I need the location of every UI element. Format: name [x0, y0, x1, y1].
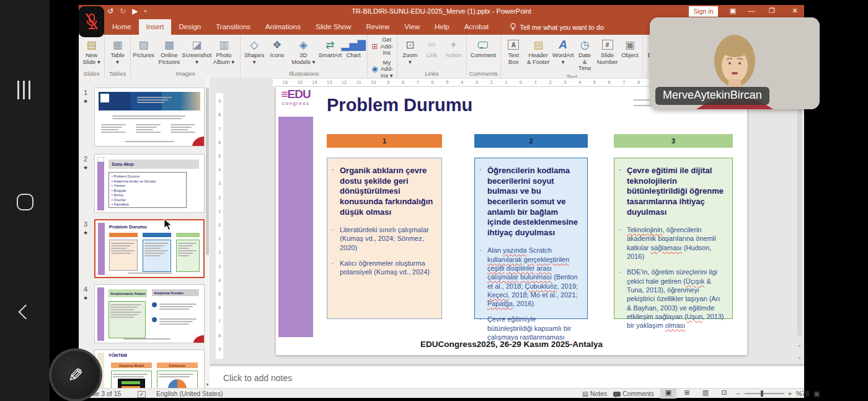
column-1-header[interactable]: 1 — [327, 134, 442, 148]
tab-help[interactable]: Help — [427, 19, 457, 35]
ribbon-button-comment[interactable]: Comment — [469, 37, 497, 60]
tab-review[interactable]: Review — [359, 19, 397, 35]
slide-title[interactable]: Problem Durumu — [327, 95, 472, 115]
edu-congress-logo[interactable]: ≡EDU congress — [278, 88, 313, 115]
slide-scrollbar-thumb[interactable] — [797, 88, 802, 336]
annotate-pencil-button[interactable]: ✎ — [49, 348, 102, 401]
slide-thumbnail-2[interactable]: Sunu Akışı ▪ Problem Durumu▪ Araştırma A… — [94, 154, 205, 213]
tab-transitions[interactable]: Transitions — [208, 19, 258, 35]
zoom-in-button[interactable]: + — [788, 390, 792, 397]
thumbnail-scrollbar-thumb[interactable] — [206, 88, 209, 255]
home-icon[interactable] — [17, 194, 33, 210]
ribbon-button-3d-models[interactable]: ◈3D Models ▾ — [288, 37, 318, 66]
microphone-muted-button[interactable] — [79, 6, 104, 37]
table-icon: ▦ — [112, 37, 122, 52]
slide-sorter-view-button[interactable]: ⊞ — [679, 389, 695, 399]
ribbon-button-icons[interactable]: ❖Icons — [267, 37, 287, 60]
ribbon-display-options-icon[interactable]: ▣ — [724, 7, 742, 15]
shapes-icon: ◇ — [250, 37, 259, 52]
ribbon-button-table[interactable]: ▦Table ▾ — [107, 37, 128, 66]
tab-slide-show[interactable]: Slide Show — [308, 19, 359, 35]
close-button[interactable]: ✕ — [786, 7, 804, 15]
previous-slide-icon[interactable]: ⌃ — [796, 345, 803, 350]
ribbon-button-screenshot[interactable]: ◪Screenshot ▾ — [185, 37, 210, 66]
slide-scrollbar[interactable]: ▲ ⌃ ⌄ — [796, 79, 803, 363]
tab-insert[interactable]: Insert — [139, 19, 172, 35]
thumbnail-scrollbar[interactable]: ▼ — [205, 78, 210, 388]
phone-screen: ↺ ↻ ▶ ▾ TR-BILDIRI-SUNU-EDU-2025_Merve (… — [0, 0, 868, 401]
next-slide-icon[interactable]: ⌄ — [796, 354, 803, 360]
column-2-box[interactable]: Öğrencilerin kodlama becerilerini soyut … — [474, 158, 588, 319]
zoom-out-button[interactable]: − — [736, 390, 740, 397]
ribbon-button-header-footer[interactable]: ▤Header & Footer — [525, 37, 552, 66]
zoom-slider[interactable] — [745, 393, 784, 394]
ribbon-button-wordart[interactable]: AWordArt ▾ — [553, 37, 574, 66]
webcam-video-window[interactable]: MerveAytekinBircan — [650, 17, 820, 109]
column-1-box[interactable]: Organik atıkların çevre dostu şekilde ge… — [327, 158, 442, 319]
ribbon-button-date-time[interactable]: ◷Date & Time — [575, 37, 595, 73]
slide-thumbnail-5[interactable]: YÖNTEM Araştırma Modeli Katılımcılar — [94, 349, 205, 388]
column-3-box[interactable]: Çevre eğitimi ile dijital teknolojilerin… — [614, 158, 733, 319]
ribbon-button-object[interactable]: ▣Object — [619, 37, 640, 60]
tab-design[interactable]: Design — [171, 19, 208, 35]
zoom-slider-thumb[interactable] — [761, 390, 763, 397]
ribbon-button-pictures[interactable]: ▨Pictures — [133, 37, 154, 60]
slide-canvas[interactable]: ≡EDU congress Problem Durumu 1Organik at… — [276, 87, 747, 355]
tab-view[interactable]: View — [397, 19, 427, 35]
thumbnail-number: 3 — [84, 220, 87, 228]
ribbon-group-text: AText Box▤Header & FooterAWordArt ▾◷Date… — [501, 35, 644, 78]
icons-icon: ❖ — [272, 37, 281, 52]
slide-number-icon: # — [602, 37, 613, 52]
tab-animations[interactable]: Animations — [258, 19, 308, 35]
fit-to-window-icon[interactable]: ▣ — [813, 390, 820, 398]
ribbon-button-get-add-ins[interactable]: ⊞Get Add-ins — [370, 37, 394, 56]
ribbon-button-zoom[interactable]: ⊡Zoom ▾ — [400, 37, 420, 66]
ribbon-button-smartart[interactable]: ⇄SmartArt — [319, 37, 341, 60]
comments-toggle[interactable]: Comments — [613, 390, 654, 397]
ribbon-button-text-box[interactable]: AText Box — [503, 37, 524, 66]
slide-thumbnail-1[interactable] — [94, 88, 205, 146]
column-2-header[interactable]: 2 — [474, 134, 588, 148]
ribbon-group-comments: CommentComments — [467, 35, 501, 78]
slideshow-view-button[interactable]: ⊡ — [716, 389, 732, 399]
thumbnail-scroll-down-icon[interactable]: ▼ — [205, 382, 210, 387]
ribbon-group-tables: ▦Table ▾Tables — [105, 35, 131, 78]
3d-models-icon: ◈ — [299, 37, 308, 52]
thumbnail-number: 4 — [84, 286, 87, 293]
recents-icon[interactable] — [17, 81, 30, 99]
ribbon-button-photo-album[interactable]: ▥Photo Album ▾ — [210, 37, 237, 66]
ribbon-group-label: Illustrations — [243, 70, 365, 78]
comment-bubble-icon — [478, 37, 488, 52]
ribbon-button-chart[interactable]: ▂▅▇Chart — [342, 37, 365, 60]
zoom-level[interactable]: %78 — [796, 390, 809, 397]
notes-pane[interactable]: Click to add notes — [210, 366, 804, 390]
slide-thumbnail-4[interactable]: Araştırmanın Amacı Araştırma Soruları — [94, 284, 205, 343]
restore-button[interactable]: ❐ — [763, 7, 781, 15]
back-icon[interactable] — [18, 304, 33, 319]
proofing-icon[interactable]: ✓ — [138, 390, 146, 398]
reading-view-button[interactable]: ▥ — [698, 389, 714, 399]
sign-in-button[interactable]: Sign in — [689, 6, 718, 17]
ribbon-button-shapes[interactable]: ◇Shapes ▾ — [243, 37, 266, 66]
android-nav-rail — [0, 0, 50, 401]
my-addins-icon: ◉ — [371, 65, 378, 73]
tab-acrobat[interactable]: Acrobat — [457, 19, 497, 35]
minimize-button[interactable]: — — [742, 7, 761, 14]
ribbon-button-online-pictures[interactable]: ▩Online Pictures — [155, 37, 184, 66]
slide-thumbnail-3[interactable]: Problem Durumu — [94, 219, 205, 278]
ribbon-button-slide-number[interactable]: #Slide Number — [596, 37, 619, 66]
notes-toggle[interactable]: ▤ Notes — [582, 390, 607, 397]
language-status[interactable]: English (United States) — [156, 390, 223, 397]
tell-me-box[interactable]: Tell me what you want to do — [503, 19, 610, 35]
smartart-icon: ⇄ — [326, 37, 334, 52]
ribbon-button-new-slide[interactable]: ▤New Slide ▾ — [81, 37, 102, 66]
purple-accent-bar[interactable] — [278, 117, 313, 337]
column-3-header[interactable]: 3 — [614, 134, 733, 148]
photo-album-icon: ▥ — [219, 37, 229, 52]
ribbon-button-my-add-ins[interactable]: ◉My Add-ins ▾ — [370, 60, 394, 79]
normal-view-button[interactable]: ▣ — [660, 389, 676, 399]
slide-footer-text[interactable]: EDUCongress2025, 26-29 Kasım 2025-Antaly… — [276, 340, 747, 349]
tab-home[interactable]: Home — [105, 19, 139, 35]
status-bar: Slide 3 of 15 ✓ English (United States) … — [79, 388, 804, 398]
ribbon-group-label: Comments — [469, 70, 498, 78]
